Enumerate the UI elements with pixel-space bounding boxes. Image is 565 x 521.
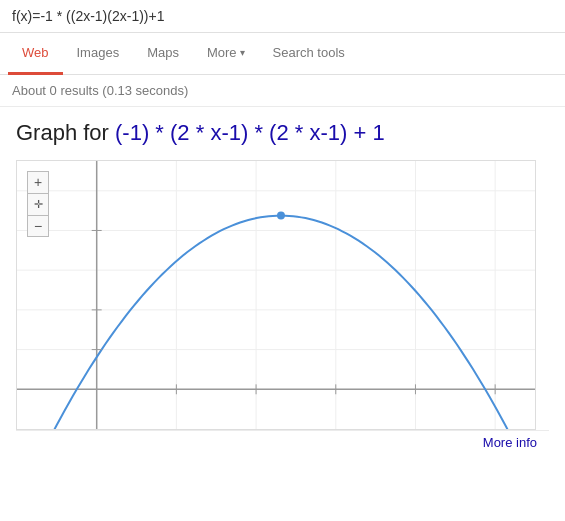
tab-images[interactable]: Images [63,33,134,75]
graph-formula: (-1) * (2 * x-1) * (2 * x-1) + 1 [115,120,385,145]
graph-section: Graph for (-1) * (2 * x-1) * (2 * x-1) +… [0,107,565,462]
search-bar: f(x)=-1 * ((2x-1)(2x-1))+1 [0,0,565,33]
nav-tabs: Web Images Maps More ▾ Search tools [0,33,565,75]
tab-search-tools-label: Search tools [273,45,345,60]
pan-button[interactable]: ✛ [27,193,49,215]
tab-maps[interactable]: Maps [133,33,193,75]
pan-controls: + ✛ − [27,171,49,237]
more-info-link[interactable]: More info [483,435,537,450]
search-query: f(x)=-1 * ((2x-1)(2x-1))+1 [12,8,164,24]
tab-more[interactable]: More ▾ [193,33,259,75]
tab-search-tools[interactable]: Search tools [259,33,359,75]
results-count: About 0 results (0.13 seconds) [12,83,188,98]
graph-svg [17,161,535,429]
graph-title: Graph for (-1) * (2 * x-1) * (2 * x-1) +… [16,119,549,148]
zoom-in-button[interactable]: + [27,171,49,193]
dropdown-arrow-icon: ▾ [240,47,245,58]
graph-container: + ✛ − [16,160,536,430]
zoom-out-button[interactable]: − [27,215,49,237]
vertex-dot [277,211,285,219]
tab-web[interactable]: Web [8,33,63,75]
results-info: About 0 results (0.13 seconds) [0,75,565,107]
more-info-bar: More info [16,430,549,454]
parabola-path [44,215,514,428]
graph-title-static: Graph for [16,120,115,145]
tab-more-label: More [207,45,237,60]
